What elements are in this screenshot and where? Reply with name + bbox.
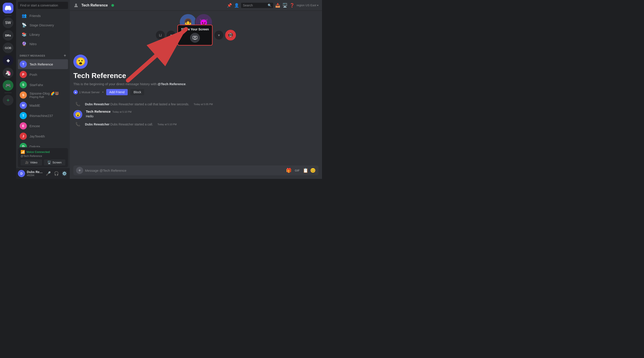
add-dm-button[interactable]: +	[64, 53, 66, 58]
main-content: Tech Reference 📌 👤 Search 🔍 📥 🖥️ ❓ regio…	[70, 0, 322, 179]
dm-sidebar: Find or start a conversation 👥 Friends 📡…	[16, 0, 70, 179]
search-bar[interactable]: Find or start a conversation	[18, 2, 68, 9]
block-button[interactable]: Block	[130, 89, 144, 95]
topbar-search[interactable]: Search 🔍	[241, 3, 273, 8]
dm-channel-icon	[73, 3, 79, 8]
pin-icon[interactable]: 📌	[227, 3, 232, 8]
discord-logo[interactable]	[3, 3, 14, 14]
inbox-icon[interactable]: 📥	[275, 3, 280, 8]
message-tech-reference: 😮 Tech Reference Today at 5:10 PM Hello	[73, 109, 318, 120]
server-icon-gob[interactable]: GOB	[3, 42, 14, 53]
system-message-text-1: Dubs Rewatcher Dubs Rewatcher started a …	[85, 102, 189, 106]
dm-avatar-emcee: E	[20, 122, 27, 130]
share-screen-button[interactable]	[190, 33, 200, 43]
sidebar-item-library[interactable]: 📚 Library	[18, 30, 68, 39]
nitro-icon: 🔮	[22, 41, 27, 46]
add-member-icon[interactable]: 👤	[234, 3, 239, 8]
cam-dropdown[interactable]: ▾	[166, 31, 176, 40]
dm-item-tech-reference[interactable]: T Tech Reference	[18, 59, 68, 69]
server-icon-extra[interactable]: 🎮	[3, 80, 14, 91]
user-username: Dubs Rewat...	[27, 170, 43, 174]
server-icon-drs[interactable]: DRs	[3, 30, 14, 41]
dm-item-emcee[interactable]: E Emcee	[18, 121, 68, 131]
end-call-button[interactable]: 📵	[225, 30, 236, 40]
channel-intro: 😮 Tech Reference This is the beginning o…	[73, 54, 318, 95]
screen-dropdown[interactable]: ▾	[214, 31, 224, 40]
msg-username-tech-reference: Tech Reference	[86, 110, 111, 113]
rail-divider-2	[4, 92, 12, 93]
emoji-icon[interactable]: 😊	[310, 168, 316, 173]
region-selector[interactable]: region US East ▾	[296, 4, 318, 7]
dm-item-starfahx[interactable]: S StarFahx	[18, 80, 68, 90]
voice-connected-panel: 📶 Voice Connected @Tech Reference 🎥 Vide…	[18, 148, 68, 167]
mutual-server: ◆ 1 Mutual Server	[73, 90, 100, 94]
help-icon[interactable]: ❓	[289, 3, 295, 8]
dm-name-dakota: Dakota	[30, 145, 40, 147]
dm-nav: 👥 Friends 📡 Stage Discovery 📚 Library 🔮 …	[16, 10, 70, 50]
dm-avatar-thismachine237: T	[20, 112, 27, 119]
channel-intro-name: Tech Reference	[73, 72, 318, 80]
system-message-call-2: 📞 Dubs Rewatcher Dubs Rewatcher started …	[73, 121, 318, 128]
voice-connected-sub: @Tech Reference	[20, 154, 65, 158]
region-label: region	[296, 4, 304, 7]
monitor-icon[interactable]: 🖥️	[282, 3, 288, 8]
library-icon: 📚	[22, 32, 27, 37]
dm-name-emcee: Emcee	[30, 124, 40, 128]
dm-item-posh[interactable]: P Posh	[18, 70, 68, 80]
server-icon-fim[interactable]: 🦄	[3, 68, 14, 78]
server-icon-sw[interactable]: SW	[3, 18, 14, 28]
video-icon: 🎥	[25, 161, 28, 164]
sidebar-item-nitro[interactable]: 🔮 Nitro	[18, 39, 68, 48]
sticker-icon[interactable]: 📋	[303, 168, 308, 173]
msg-text-2: Hello	[86, 114, 318, 118]
channel-intro-desc: This is the beginning of your direct mes…	[73, 82, 318, 86]
channel-intro-avatar: 😮	[73, 54, 88, 69]
topbar: Tech Reference 📌 👤 Search 🔍 📥 🖥️ ❓ regio…	[70, 0, 322, 11]
attach-button[interactable]: +	[76, 167, 83, 174]
add-server-button[interactable]: +	[3, 95, 14, 106]
system-message-call-1: 📞 Dubs Rewatcher Dubs Rewatcher started …	[73, 100, 318, 108]
chat-input-box: + 🎁 GIF 📋 😊	[73, 166, 318, 175]
headphones-icon[interactable]: 🎧	[53, 170, 60, 177]
phone-icon-2: 📞	[75, 122, 80, 127]
voice-screen-button[interactable]: 🖥️ Screen	[44, 160, 65, 166]
settings-icon[interactable]: ⚙️	[61, 170, 68, 177]
sidebar-item-stage-discovery[interactable]: 📡 Stage Discovery	[18, 20, 68, 30]
dm-name-sipsone-dlog: Sipsone-Dlog 🌈🐻	[30, 92, 59, 96]
mute-button[interactable]: ⊔	[156, 31, 165, 40]
dm-name-tech-reference: Tech Reference	[30, 62, 53, 66]
server-icon-n[interactable]: ◆	[3, 55, 14, 66]
dm-item-thismachine237[interactable]: T thismachine237	[18, 111, 68, 120]
dm-avatar-posh: P	[20, 71, 27, 78]
system-timestamp-3: Today at 5:10 PM	[158, 123, 177, 126]
sidebar-item-friends[interactable]: 👥 Friends	[18, 11, 68, 20]
stage-discovery-icon: 📡	[22, 22, 27, 28]
user-avatar: D	[18, 170, 25, 177]
dm-item-jaytee4th[interactable]: J JayTee4th	[18, 131, 68, 141]
add-friend-button[interactable]: Add Friend	[106, 89, 128, 95]
search-icon: 🔍	[268, 4, 272, 7]
gif-icon[interactable]: GIF	[294, 168, 301, 173]
topbar-actions: 📌 👤 Search 🔍 📥 🖥️ ❓ region US East ▾	[227, 3, 318, 8]
user-tag: #8394	[27, 174, 43, 177]
msg-timestamp-2: Today at 5:10 PM	[112, 110, 132, 113]
dm-avatar-madde: M	[20, 102, 27, 109]
dm-item-dakota[interactable]: D Dakota	[18, 142, 68, 147]
chat-area: 😮 Tech Reference This is the beginning o…	[70, 51, 322, 166]
region-value: US East	[306, 4, 316, 7]
mutual-server-avatar: ◆	[73, 90, 78, 94]
phone-icon: 📞	[75, 102, 80, 107]
system-timestamp-1: Today at 5:05 PM	[194, 103, 213, 106]
mic-icon[interactable]: 🎤	[45, 170, 52, 177]
message-input[interactable]	[85, 168, 284, 172]
dm-avatar-jaytee4th: J	[20, 132, 27, 140]
dm-name-posh: Posh	[30, 73, 37, 76]
call-controls: ⊔ ▾ Share Your Screen ▾ 📵	[156, 24, 236, 46]
share-screen-label: Share Your Screen	[181, 28, 209, 31]
channel-intro-actions: ◆ 1 Mutual Server • Add Friend Block	[73, 89, 318, 95]
mutual-server-label: 1 Mutual Server	[79, 90, 100, 94]
dm-item-sipsone-dlog[interactable]: S Sipsone-Dlog 🌈🐻 Playing Raft	[18, 90, 68, 100]
gift-icon[interactable]: 🎁	[286, 168, 292, 173]
voice-video-button[interactable]: 🎥 Video	[20, 160, 42, 166]
dm-item-madde[interactable]: M MaddE	[18, 100, 68, 110]
